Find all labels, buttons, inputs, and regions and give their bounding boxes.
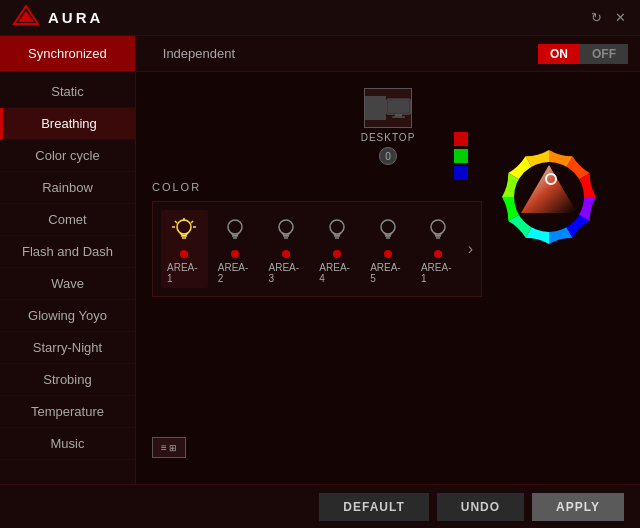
desktop-icon-wrap[interactable]: DESKTOP 0 [361, 88, 416, 165]
svg-point-26 [431, 220, 445, 234]
sidebar-item-flash-and-dash[interactable]: Flash and Dash [0, 236, 135, 268]
bulb-svg-5 [374, 216, 402, 244]
svg-rect-3 [388, 100, 409, 113]
area-name-3: AREA-3 [269, 262, 304, 284]
preset-button-wrap: ≡ ⊞ [152, 437, 624, 458]
swatch-red[interactable] [454, 132, 468, 146]
area-name-5: AREA-5 [370, 262, 405, 284]
area-dot-6 [434, 250, 442, 258]
area-name-6: AREA-1 [421, 262, 456, 284]
area-dot-3 [282, 250, 290, 258]
tab-independent[interactable]: Independent [135, 36, 263, 71]
preset-lines: ⊞ [169, 443, 177, 453]
content-area: DESKTOP 0 COLOR [136, 72, 640, 484]
sidebar-item-breathing[interactable]: Breathing [0, 108, 135, 140]
sidebar-item-music[interactable]: Music [0, 428, 135, 460]
bulb-icon-1 [168, 214, 200, 246]
default-button[interactable]: DEFAULT [319, 493, 428, 521]
area-item-2[interactable]: AREA-2 [212, 210, 259, 288]
svg-point-20 [330, 220, 344, 234]
sidebar: Static Breathing Color cycle Rainbow Com… [0, 72, 136, 484]
tab-bar: Synchronized Independent ON OFF [0, 36, 640, 72]
bulb-icon-5 [372, 214, 404, 246]
bulb-icon-2 [219, 214, 251, 246]
svg-point-23 [381, 220, 395, 234]
desktop-label: DESKTOP [361, 132, 416, 143]
sidebar-item-comet[interactable]: Comet [0, 204, 135, 236]
bulb-svg-1 [170, 216, 198, 244]
color-wheel-section [474, 132, 624, 332]
areas-next-arrow[interactable]: › [468, 240, 473, 258]
color-wheel[interactable] [484, 132, 614, 262]
area-dot-2 [231, 250, 239, 258]
color-swatches [454, 132, 468, 180]
area-dot-5 [384, 250, 392, 258]
tab-synchronized[interactable]: Synchronized [0, 36, 135, 71]
title-bar: AURA ↻ ✕ [0, 0, 640, 36]
svg-point-14 [228, 220, 242, 234]
sidebar-item-rainbow[interactable]: Rainbow [0, 172, 135, 204]
svg-line-10 [175, 221, 177, 223]
bulb-svg-2 [221, 216, 249, 244]
color-areas-row: AREA-1 AREA-2 [152, 201, 482, 297]
main-layout: Static Breathing Color cycle Rainbow Com… [0, 72, 640, 484]
app-title: AURA [48, 9, 103, 26]
sidebar-item-starry-night[interactable]: Starry-Night [0, 332, 135, 364]
sidebar-item-glowing-yoyo[interactable]: Glowing Yoyo [0, 300, 135, 332]
area-item-6[interactable]: AREA-1 [415, 210, 462, 288]
swatch-green[interactable] [454, 149, 468, 163]
svg-rect-4 [395, 114, 402, 116]
area-dot-4 [333, 250, 341, 258]
close-button[interactable]: ✕ [612, 10, 628, 26]
undo-button[interactable]: UNDO [437, 493, 524, 521]
sidebar-item-color-cycle[interactable]: Color cycle [0, 140, 135, 172]
sidebar-item-temperature[interactable]: Temperature [0, 396, 135, 428]
area-dot-1 [180, 250, 188, 258]
area-name-4: AREA-4 [319, 262, 354, 284]
bulb-icon-4 [321, 214, 353, 246]
svg-point-6 [177, 220, 191, 234]
on-button[interactable]: ON [538, 44, 580, 64]
preset-icon: ≡ [161, 442, 167, 453]
sidebar-item-static[interactable]: Static [0, 76, 135, 108]
area-item-5[interactable]: AREA-5 [364, 210, 411, 288]
off-button[interactable]: OFF [580, 44, 628, 64]
color-preset-button[interactable]: ≡ ⊞ [152, 437, 186, 458]
bulb-svg-3 [272, 216, 300, 244]
area-item-1[interactable]: AREA-1 [161, 210, 208, 288]
area-name-1: AREA-1 [167, 262, 202, 284]
color-wheel-svg [484, 132, 614, 262]
rog-logo [12, 4, 40, 32]
area-name-2: AREA-2 [218, 262, 253, 284]
desktop-icon [364, 88, 412, 128]
bulb-icon-3 [270, 214, 302, 246]
apply-button[interactable]: APPLY [532, 493, 624, 521]
monitor-svg [386, 94, 411, 122]
svg-rect-5 [392, 116, 405, 117]
desktop-number: 0 [379, 147, 397, 165]
bulb-icon-6 [422, 214, 454, 246]
sidebar-item-wave[interactable]: Wave [0, 268, 135, 300]
bottom-bar: DEFAULT UNDO APPLY [0, 484, 640, 528]
on-off-toggle: ON OFF [538, 44, 628, 64]
area-item-3[interactable]: AREA-3 [263, 210, 310, 288]
bulb-svg-6 [424, 216, 452, 244]
svg-point-17 [279, 220, 293, 234]
sidebar-item-strobing[interactable]: Strobing [0, 364, 135, 396]
window-controls: ↻ ✕ [588, 10, 628, 26]
area-item-4[interactable]: AREA-4 [313, 210, 360, 288]
refresh-button[interactable]: ↻ [588, 10, 604, 26]
bulb-svg-4 [323, 216, 351, 244]
svg-line-11 [191, 221, 193, 223]
swatch-blue[interactable] [454, 166, 468, 180]
